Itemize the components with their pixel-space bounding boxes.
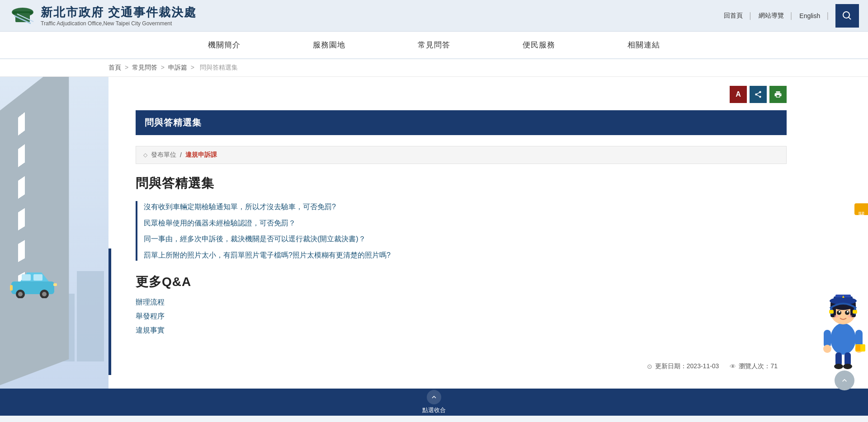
toolbar: A (136, 86, 787, 103)
logo-area: 新北市政府 交通事件裁決處 Traffic Adjudication Offic… (9, 3, 197, 28)
car-icon (9, 269, 59, 298)
divider2: │ (790, 12, 794, 19)
chevron-up-icon (430, 393, 438, 401)
svg-rect-43 (853, 310, 857, 314)
sitemap-link[interactable]: 網站導覽 (755, 12, 788, 20)
divider3: │ (826, 12, 830, 19)
more-qa-item-1: 舉發程序 (136, 312, 787, 321)
scroll-top-center[interactable]: 點選收合 (422, 390, 446, 414)
nav-item-1[interactable]: 服務園地 (277, 32, 382, 58)
more-qa-link-0[interactable]: 辦理流程 (136, 298, 165, 306)
faq-link-3[interactable]: 罰單上所附的照片太小，有罰單照片電子檔嗎?照片太模糊有更清楚的照片嗎? (144, 251, 391, 259)
svg-rect-35 (856, 345, 860, 351)
top-links: 回首頁 │ 網站導覽 │ English │ (720, 12, 830, 20)
faq-list: 沒有收到車輛定期檢驗通知單，所以才沒去驗車，可否免罰? 民眾檢舉使用的儀器未經檢… (144, 201, 787, 261)
publisher-diamond: ◇ (143, 152, 147, 158)
svg-point-12 (42, 292, 47, 296)
home-link[interactable]: 回首頁 (720, 12, 746, 20)
publisher-info: ◇ 發布單位 / 違規申訴課 (136, 146, 787, 164)
breadcrumb-sep1: > (125, 64, 130, 71)
nav-item-2[interactable]: 常見問答 (382, 32, 486, 58)
faq-section: 沒有收到車輛定期檢驗通知單，所以才沒去驗車，可否免罰? 民眾檢舉使用的儀器未經檢… (136, 201, 787, 261)
svg-point-10 (18, 292, 23, 296)
road (0, 77, 69, 389)
print-button[interactable] (769, 86, 787, 103)
road-line-3 (18, 176, 25, 199)
road-line-4 (18, 208, 25, 230)
top-right: 回首頁 │ 網站導覽 │ English │ (720, 4, 859, 28)
publisher-name: 違規申訴課 (185, 151, 217, 159)
breadcrumb-sep3: > (191, 64, 196, 71)
main-nav: 機關簡介 服務園地 常見問答 便民服務 相關連結 (0, 32, 868, 59)
svg-point-29 (848, 315, 852, 318)
svg-point-26 (839, 311, 840, 313)
faq-item-3: 罰單上所附的照片太小，有罰單照片電子檔嗎?照片太模糊有更清楚的照片嗎? (144, 249, 787, 261)
update-date: ⊙ 更新日期：2023-11-03 (647, 362, 719, 370)
road-line-1 (18, 113, 25, 136)
building-right (77, 271, 104, 361)
more-qa-list: 辦理流程 舉發程序 違規事實 (136, 298, 787, 335)
footer-info: ⊙ 更新日期：2023-11-03 👁 瀏覽人次：71 (136, 362, 787, 370)
collapse-label: 點選收合 (422, 406, 446, 414)
road-line-5 (18, 240, 25, 263)
update-date-label: 更新日期：2023-11-03 (655, 362, 719, 370)
arrow-up-icon (427, 390, 441, 404)
search-icon (842, 10, 853, 21)
section-header: 問與答精選集 (136, 110, 787, 135)
more-qa-link-1[interactable]: 舉發程序 (136, 312, 165, 320)
more-qa-item-0: 辦理流程 (136, 298, 787, 307)
search-button[interactable] (835, 4, 859, 28)
svg-point-39 (843, 364, 852, 369)
breadcrumb-home[interactable]: 首頁 (108, 64, 121, 71)
main-content: A 問與答精選集 ◇ 發布單位 / 違規申訴課 問與答精選集 (108, 77, 814, 389)
svg-point-32 (823, 345, 831, 353)
bottom-bar: 點選收合 (0, 389, 868, 416)
more-qa-item-2: 違規事實 (136, 326, 787, 335)
publisher-label: 發布單位 (151, 151, 176, 159)
font-size-button[interactable]: A (730, 86, 747, 103)
mascot-character (818, 280, 868, 370)
nav-item-0[interactable]: 機關簡介 (172, 32, 277, 58)
breadcrumb-sep2: > (161, 64, 166, 71)
svg-rect-14 (10, 285, 13, 291)
faq-item-2: 同一事由，經多次申訴後，裁決機關是否可以逕行裁決(開立裁決書)？ (144, 233, 787, 245)
share-icon (754, 90, 762, 98)
svg-rect-8 (33, 274, 42, 281)
svg-rect-13 (53, 283, 57, 286)
left-vert-bar (108, 249, 111, 375)
right-mascot: 關 閉 (814, 77, 868, 389)
faq-link-1[interactable]: 民眾檢舉使用的儀器未經檢驗認證，可否免罰？ (144, 219, 296, 227)
logo-icon (9, 3, 36, 28)
faq-item-1: 民眾檢舉使用的儀器未經檢驗認證，可否免罰？ (144, 217, 787, 229)
toggle-button[interactable]: 關 閉 (854, 203, 868, 215)
svg-point-15 (830, 323, 856, 355)
svg-rect-42 (829, 310, 834, 314)
svg-point-27 (847, 311, 849, 313)
back-to-top-icon (840, 376, 849, 385)
faq-link-0[interactable]: 沒有收到車輛定期檢驗通知單，所以才沒去驗車，可否免罰? (144, 203, 336, 211)
nav-item-3[interactable]: 便民服務 (486, 32, 591, 58)
view-count-label: 瀏覽人次：71 (739, 362, 778, 370)
site-title-zh: 新北市政府 交通事件裁決處 (41, 5, 197, 20)
left-decoration (0, 77, 108, 389)
nav-item-4[interactable]: 相關連結 (591, 32, 696, 58)
breadcrumb-faq[interactable]: 常見問答 (132, 64, 157, 71)
road-line-2 (18, 145, 25, 168)
top-bar: 新北市政府 交通事件裁決處 Traffic Adjudication Offic… (0, 0, 868, 32)
eye-icon: 👁 (730, 363, 736, 370)
breadcrumb-appeal[interactable]: 申訴篇 (168, 64, 187, 71)
content-wrapper: A 問與答精選集 ◇ 發布單位 / 違規申訴課 問與答精選集 (0, 77, 868, 389)
svg-rect-7 (22, 274, 31, 281)
content-title: 問與答精選集 (136, 175, 787, 192)
back-to-top-button[interactable] (835, 370, 854, 390)
logo-text: 新北市政府 交通事件裁決處 Traffic Adjudication Offic… (41, 5, 197, 27)
svg-point-38 (834, 364, 843, 369)
english-link[interactable]: English (796, 12, 824, 19)
breadcrumb-current: 問與答精選集 (200, 64, 238, 71)
view-count: 👁 瀏覽人次：71 (730, 362, 778, 370)
faq-item-0: 沒有收到車輛定期檢驗通知單，所以才沒去驗車，可否免罰? (144, 201, 787, 213)
more-qa-link-2[interactable]: 違規事實 (136, 326, 165, 334)
publisher-slash: / (180, 151, 182, 159)
share-button[interactable] (750, 86, 767, 103)
faq-link-2[interactable]: 同一事由，經多次申訴後，裁決機關是否可以逕行裁決(開立裁決書)？ (144, 235, 366, 243)
